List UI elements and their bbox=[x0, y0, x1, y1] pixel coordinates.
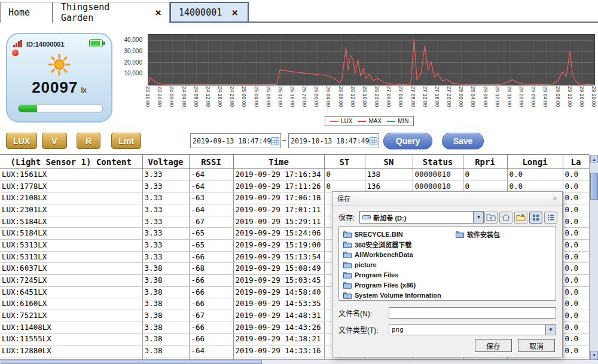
battery-progress-bar bbox=[18, 105, 103, 112]
table-cell: 0.0 bbox=[563, 181, 589, 192]
column-header[interactable]: Voltage bbox=[142, 155, 189, 169]
folder-item[interactable]: Program Files bbox=[341, 270, 450, 280]
scroll-down-button[interactable]: ▼ bbox=[590, 351, 598, 359]
x-axis-tick-label: 24 00:00 bbox=[169, 86, 175, 107]
look-in-combobox[interactable]: 新加卷 (D:) ▼ bbox=[359, 211, 484, 224]
table-cell: LUX:6451LX bbox=[0, 286, 142, 298]
date-from-field[interactable] bbox=[190, 133, 281, 148]
legend-item-max[interactable]: MAX bbox=[358, 118, 382, 124]
folder-item[interactable]: picture bbox=[341, 259, 450, 270]
calendar-icon[interactable] bbox=[370, 136, 377, 146]
file-list[interactable]: $RECYCLE.BIN360安全浏览器下载AliWorkbenchDatapi… bbox=[338, 227, 556, 301]
look-in-label: 保存: bbox=[338, 212, 355, 222]
file-name-input[interactable] bbox=[389, 307, 556, 319]
date-to-input[interactable] bbox=[289, 134, 370, 147]
x-axis-tick-label: 26 20:00 bbox=[374, 86, 380, 107]
table-cell: -66 bbox=[189, 322, 233, 334]
table-row[interactable]: LUX:1778LX3.33-642019-09-29 17:11:260136… bbox=[0, 181, 589, 192]
table-cell: 2019-09-29 15:03:45 bbox=[233, 274, 324, 286]
column-header[interactable]: La bbox=[563, 155, 589, 169]
list-view-button[interactable] bbox=[544, 212, 557, 224]
column-header[interactable]: ST bbox=[324, 155, 365, 169]
table-cell: 0.0 bbox=[563, 216, 589, 228]
column-header[interactable]: RSSI bbox=[189, 155, 233, 169]
voltage-button[interactable]: V bbox=[42, 133, 67, 149]
calendar-icon[interactable] bbox=[271, 136, 279, 146]
column-header[interactable]: Rpri bbox=[463, 155, 507, 169]
file-type-value: png bbox=[392, 326, 404, 334]
folder-name: Program Files (x86) bbox=[355, 282, 416, 289]
vertical-scrollbar[interactable]: ▲ ▼ bbox=[589, 155, 598, 359]
legend-item-lux[interactable]: LUX bbox=[330, 118, 352, 124]
table-cell: -65 bbox=[189, 228, 233, 240]
dialog-close-icon[interactable]: × bbox=[553, 194, 557, 203]
table-cell: 3.33 bbox=[142, 169, 189, 181]
table-cell: LUX:11555LX bbox=[0, 334, 142, 345]
x-axis-tick-label: 28 08:00 bbox=[483, 86, 489, 107]
legend-label: MIN bbox=[398, 118, 408, 124]
folder-item[interactable]: AliWorkbenchData bbox=[341, 249, 450, 259]
tab-14000001[interactable]: 14000001 × bbox=[170, 2, 249, 23]
column-header[interactable]: SN bbox=[365, 155, 413, 169]
table-cell: 0.0 bbox=[563, 286, 589, 298]
x-axis-tick-label: 27 00:00 bbox=[386, 86, 392, 107]
folder-name: picture bbox=[355, 261, 377, 268]
folder-icon bbox=[343, 231, 352, 238]
table-row[interactable]: LUX:1561LX3.33-642019-09-29 17:16:340138… bbox=[0, 169, 589, 181]
dialog-cancel-button[interactable]: 取消 bbox=[518, 339, 555, 352]
folder-item[interactable]: System Volume Information bbox=[341, 290, 450, 300]
lux-chart[interactable] bbox=[148, 34, 595, 85]
table-cell: -65 bbox=[189, 239, 233, 251]
home-button[interactable] bbox=[499, 212, 512, 224]
table-cell: -66 bbox=[189, 274, 233, 286]
horizontal-scrollbar[interactable] bbox=[0, 359, 598, 364]
table-cell: 0.0 bbox=[563, 228, 589, 240]
column-header[interactable]: Longi bbox=[507, 155, 563, 169]
lux-button[interactable]: LUX bbox=[6, 133, 37, 149]
grid-view-button[interactable] bbox=[529, 212, 542, 224]
x-axis-tick-label: 27 12:00 bbox=[422, 86, 428, 107]
tab-thingsend-garden[interactable]: Thingsend Garden × bbox=[53, 2, 170, 23]
file-list-column: $RECYCLE.BIN360安全浏览器下载AliWorkbenchDatapi… bbox=[341, 229, 450, 300]
save-button[interactable]: Save bbox=[442, 133, 484, 149]
vertical-scroll-thumb[interactable] bbox=[590, 173, 598, 200]
tab-home[interactable]: Home bbox=[0, 2, 53, 23]
rssi-button[interactable]: R bbox=[77, 133, 100, 149]
folder-item[interactable]: 软件安装包 bbox=[454, 229, 562, 239]
horizontal-scroll-thumb[interactable] bbox=[1, 360, 262, 364]
date-to-field[interactable] bbox=[288, 133, 379, 148]
dialog-titlebar[interactable]: 保存 × bbox=[332, 192, 562, 206]
table-cell: 0.0 bbox=[563, 263, 589, 275]
table-cell: -66 bbox=[189, 298, 233, 310]
folder-item[interactable]: $RECYCLE.BIN bbox=[341, 229, 450, 239]
table-cell: -68 bbox=[189, 263, 233, 275]
table-header-row: (Light Sensor 1) ContentVoltageRSSITimeS… bbox=[0, 155, 589, 169]
x-axis-tick-label: 26 04:00 bbox=[325, 86, 331, 107]
date-from-input[interactable] bbox=[191, 134, 271, 147]
close-tab-icon[interactable]: × bbox=[231, 7, 238, 18]
folder-item[interactable]: 360安全浏览器下载 bbox=[341, 239, 450, 249]
table-cell: 3.38 bbox=[142, 322, 189, 334]
new-folder-button[interactable] bbox=[514, 212, 527, 224]
column-header[interactable]: Time bbox=[233, 155, 324, 169]
legend-item-min[interactable]: MIN bbox=[387, 118, 408, 124]
y-axis-tick-label: 10,000 bbox=[124, 70, 142, 77]
chart-plot-area bbox=[148, 35, 594, 85]
column-header[interactable]: Status bbox=[413, 155, 463, 169]
folder-item[interactable]: Program Files (x86) bbox=[341, 280, 450, 290]
combo-dropdown-icon[interactable]: ▼ bbox=[473, 212, 483, 223]
dialog-save-button[interactable]: 保存 bbox=[475, 339, 512, 352]
lmt-button[interactable]: Lmt bbox=[111, 133, 141, 149]
save-dialog: 保存 × 保存: 新加卷 (D:) ▼ bbox=[332, 191, 563, 357]
column-header[interactable]: (Light Sensor 1) Content bbox=[0, 155, 142, 169]
file-type-select[interactable]: png ▼ bbox=[389, 324, 556, 335]
scroll-up-button[interactable]: ▲ bbox=[590, 155, 598, 163]
query-button[interactable]: Query bbox=[383, 133, 432, 149]
up-level-button[interactable] bbox=[484, 212, 498, 224]
close-tab-icon[interactable]: × bbox=[155, 7, 161, 18]
x-axis-tick-label: 25 04:00 bbox=[254, 86, 260, 107]
table-cell: 3.38 bbox=[142, 286, 189, 298]
legend-label: MAX bbox=[368, 118, 382, 124]
file-type-label: 文件类型(T): bbox=[338, 325, 389, 335]
table-cell: LUX:6160LX bbox=[0, 298, 142, 310]
